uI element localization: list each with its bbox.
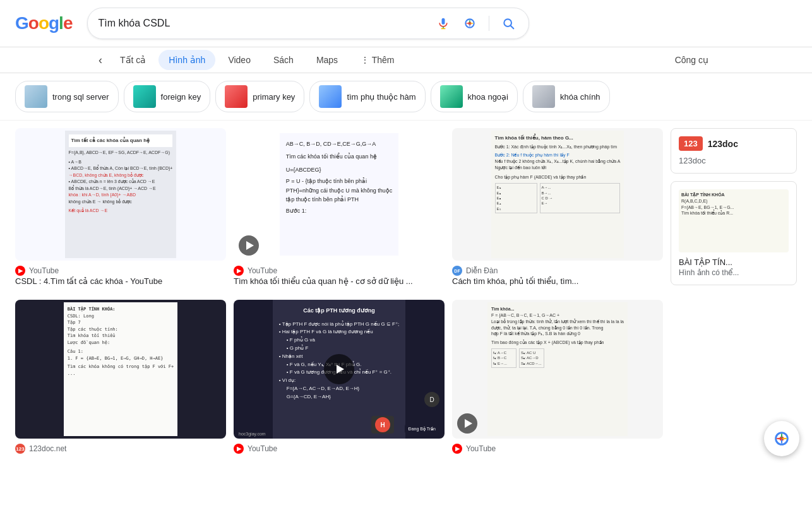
logo-l: l [59, 13, 63, 33]
search-input[interactable] [98, 18, 426, 29]
result-card-5[interactable]: Các tập PTH tương đương • Tập PTH F được… [234, 300, 445, 459]
result-image-4: BÀI TẬP TÍNH KHÓA: CSDL: Long Tập 7 Tập … [15, 300, 226, 439]
chip-label-pth: tìm phụ thuộc hàm [347, 92, 415, 102]
source-label-1: YouTube [29, 266, 59, 275]
chip-kc[interactable]: khóa chính [523, 81, 610, 112]
source-label-5: YouTube [248, 444, 277, 453]
lens-search-button[interactable] [460, 13, 480, 33]
search-icon [502, 17, 515, 30]
logo-e: e [63, 13, 73, 33]
result-card-6[interactable]: Tìm khóa... F = {AB→C, B→C, E→1, G→AC + … [452, 300, 663, 459]
side-col: 123 123doc 123doc BÀI TẬP TÍNH KHÓA R(A,… [671, 128, 797, 459]
chip-thumb-pk [225, 85, 248, 108]
chip-label-fk: foreign key [161, 92, 201, 102]
svg-rect-0 [442, 18, 445, 25]
result-card-1[interactable]: Tìm tất cả các khóa của quan hệ F={A,B},… [15, 128, 226, 292]
chip-label-kn: khoa ngoại [468, 92, 508, 102]
search-button[interactable] [498, 13, 518, 33]
logo-o1: o [28, 13, 39, 33]
play-overlay-2 [239, 235, 259, 256]
chip-label-kc: khóa chính [560, 92, 600, 102]
play-icon-2 [246, 241, 254, 250]
mic-icon [437, 17, 450, 30]
lens-icon [463, 17, 476, 30]
nav-item-tat-ca[interactable]: Tất cả [110, 50, 156, 70]
google-logo[interactable]: Google [15, 13, 72, 33]
header: Google [0, 0, 812, 47]
chip-thumb-sql [25, 85, 47, 108]
card-info-2: ▶ YouTube Tìm khóa tối thiểu của quan hệ… [234, 261, 445, 292]
side-card-baitap[interactable]: BÀI TẬP TÍNH KHÓA R(A,B,C,D,E) F={AB→E, … [671, 181, 797, 285]
chips-bar: trong sql server foreign key primary key… [0, 73, 812, 121]
chip-thumb-kc [532, 85, 555, 108]
search-bar [87, 8, 529, 39]
side-card-baitap-image: BÀI TẬP TÍNH KHÓA R(A,B,C,D,E) F={AB→E, … [679, 189, 789, 252]
source-row-5: ▶ YouTube [234, 444, 445, 454]
nav-item-maps[interactable]: Maps [306, 50, 348, 70]
card-title-2: Tìm khóa tối thiểu của quan hệ - cơ sở d… [234, 276, 445, 287]
side-baitap-sub: Hình ảnh có thể... [679, 268, 789, 277]
row2: BÀI TẬP TÍNH KHÓA: CSDL: Long Tập 7 Tập … [15, 300, 663, 459]
side-card-123doc[interactable]: 123 123doc 123doc [671, 128, 797, 174]
chip-pk[interactable]: primary key [215, 81, 304, 112]
card-info-5: ▶ YouTube [234, 439, 445, 459]
row1: Tìm tất cả các khóa của quan hệ F={A,B},… [15, 128, 663, 292]
nav-prev-button[interactable]: ‹ [93, 51, 107, 69]
chip-thumb-pth [319, 85, 342, 108]
logo-o2: o [39, 13, 49, 33]
card-info-3: DF Diễn Đàn Cách tìm khóa, phủ tối thiểu… [452, 261, 663, 292]
voice-search-button[interactable] [433, 13, 453, 33]
nav-item-sach[interactable]: Sách [263, 50, 304, 70]
chip-fk[interactable]: foreign key [124, 81, 211, 112]
result-image-2: AB→C, B→D, CD→E,CE→G,G→A Tìm các khóa tố… [234, 128, 445, 261]
nav-item-hinh-anh[interactable]: Hình ảnh [158, 50, 215, 70]
source-icon-3: DF [452, 266, 462, 276]
side-123-subtitle: 123doc [679, 156, 789, 165]
result-image-3: Tìm khóa tối thiểu, hàm theo G... Bước 1… [452, 128, 663, 261]
result-card-3[interactable]: Tìm khóa tối thiểu, hàm theo G... Bước 1… [452, 128, 663, 292]
nav-bar: ‹ Tất cả Hình ảnh Video Sách Maps ⋮ Thêm… [0, 47, 812, 73]
chip-thumb-fk [133, 85, 156, 108]
source-icon-5: ▶ [234, 444, 244, 454]
card-info-4: 123 123doc.net [15, 439, 226, 459]
nav-item-them[interactable]: ⋮ Thêm [350, 50, 404, 70]
source-row-6: ▶ YouTube [452, 444, 663, 454]
card-info-1: ▶ YouTube CSDL : 4.Tìm tất cả các khóa -… [15, 261, 226, 292]
source-row-3: DF Diễn Đàn [452, 266, 663, 276]
source-label-3: Diễn Đàn [466, 266, 498, 275]
chip-thumb-kn [440, 85, 463, 108]
main-col: Tìm tất cả các khóa của quan hệ F={A,B},… [15, 128, 663, 459]
source-row-2: ▶ YouTube [234, 266, 445, 276]
logo-g: G [15, 13, 28, 33]
play-icon-5 [337, 365, 344, 374]
search-icons [433, 13, 518, 33]
card-title-3: Cách tìm khóa, phủ tối thiểu, tìm... [452, 276, 663, 287]
nav-item-video[interactable]: Video [218, 50, 261, 70]
source-icon-1: ▶ [15, 266, 25, 276]
side-baitap-title: BÀI TẬP TÍN... [679, 257, 789, 267]
source-label-4: 123doc.net [29, 444, 66, 453]
chip-pth[interactable]: tìm phụ thuộc hàm [309, 81, 425, 112]
main-grid: Tìm tất cả các khóa của quan hệ F={A,B},… [0, 121, 812, 466]
chip-sql[interactable]: trong sql server [15, 81, 119, 112]
play-overlay-6 [457, 413, 477, 434]
result-image-6: Tìm khóa... F = {AB→C, B→C, E→1, G→AC + … [452, 300, 663, 439]
source-label-6: YouTube [466, 444, 496, 453]
logo-123-badge: 123 [679, 136, 703, 151]
source-label-2: YouTube [248, 266, 277, 275]
divider [489, 16, 489, 31]
tools-button[interactable]: Công cụ [665, 50, 719, 70]
result-image-5: Các tập PTH tương đương • Tập PTH F được… [234, 300, 445, 439]
result-card-2[interactable]: AB→C, B→D, CD→E,CE→G,G→A Tìm các khóa tố… [234, 128, 445, 292]
lens-fab-button[interactable] [764, 421, 799, 456]
side-123-title: 123doc [708, 139, 738, 149]
chip-kn[interactable]: khoa ngoại [431, 81, 518, 112]
logo-g2: g [49, 13, 59, 33]
card-title-1: CSDL : 4.Tìm tất cả các khóa - YouTube [15, 276, 226, 287]
result-image-1: Tìm tất cả các khóa của quan hệ F={A,B},… [15, 128, 226, 261]
play-overlay-5 [324, 354, 354, 384]
result-card-4[interactable]: BÀI TẬP TÍNH KHÓA: CSDL: Long Tập 7 Tập … [15, 300, 226, 459]
source-icon-2: ▶ [234, 266, 244, 276]
source-icon-4: 123 [15, 444, 25, 454]
lens-fab-icon [773, 430, 791, 447]
